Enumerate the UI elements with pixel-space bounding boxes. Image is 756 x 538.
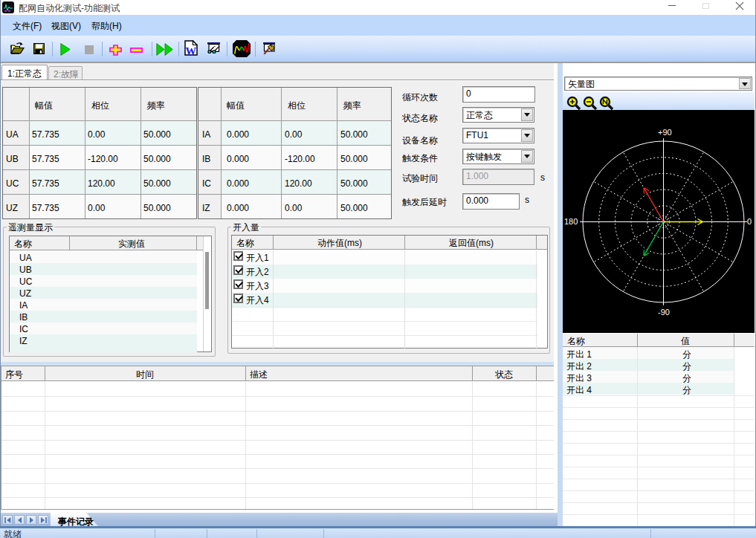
svg-text:-90: -90: [658, 308, 670, 317]
svg-text:0: 0: [747, 217, 752, 226]
svg-text:W: W: [186, 45, 197, 56]
svg-text:+90: +90: [658, 128, 672, 137]
svg-text:180: 180: [564, 217, 578, 226]
